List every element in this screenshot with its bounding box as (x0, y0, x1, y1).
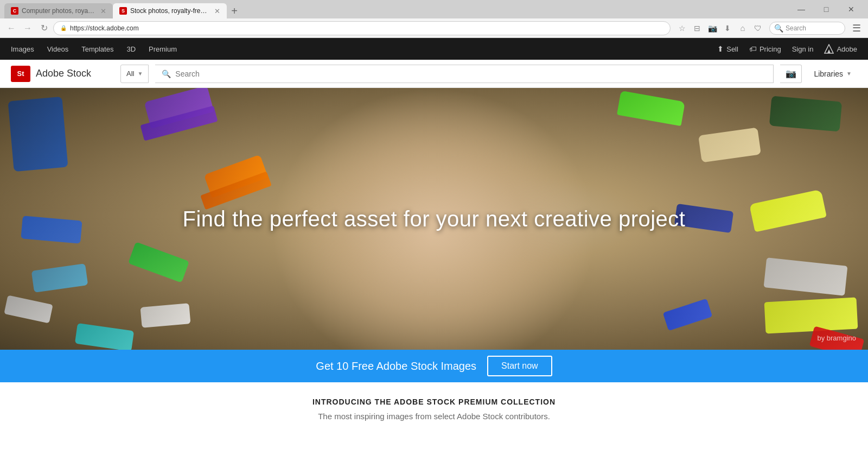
camera-icon: 📷 (786, 68, 796, 79)
start-now-button[interactable]: Start now (487, 356, 552, 376)
close-button[interactable]: ✕ (839, 0, 864, 18)
promo-banner: Get 10 Free Adobe Stock Images Start now (0, 350, 868, 382)
pricing-button[interactable]: 🏷 Pricing (749, 45, 781, 53)
nav-item-templates[interactable]: Templates (81, 45, 113, 53)
tab1-close[interactable]: ✕ (100, 7, 106, 15)
search-magnifier-icon: 🔍 (162, 70, 171, 78)
address-text: https://stock.adobe.com (70, 24, 139, 32)
adobe-label: Adobe (837, 45, 857, 53)
search-input[interactable] (175, 70, 767, 78)
camera-button[interactable]: 📷 (780, 65, 802, 83)
address-bar[interactable]: 🔒 https://stock.adobe.com (53, 21, 671, 35)
browser-tab-1[interactable]: C Computer photos, royalty-fr... ✕ (4, 3, 113, 18)
forward-button[interactable]: → (21, 21, 35, 35)
browser-tab-2[interactable]: S Stock photos, royalty-free in... ✕ (113, 3, 227, 18)
nav-item-premium[interactable]: Premium (149, 45, 177, 53)
tab2-favicon: S (119, 7, 127, 15)
search-input-wrapper: 🔍 (155, 65, 774, 83)
sign-in-button[interactable]: Sign in (792, 45, 814, 53)
search-bar: St Adobe Stock All ▼ 🔍 📷 Libraries ▼ (0, 60, 868, 88)
bookmark-icon[interactable]: ☆ (676, 22, 688, 34)
adobe-logo-button[interactable]: Adobe (824, 44, 857, 54)
tab1-favicon: C (11, 7, 18, 15)
st-logo: St (11, 66, 30, 82)
reload-button[interactable]: ↻ (37, 21, 51, 35)
browser-search-box[interactable]: 🔍 Search (769, 22, 845, 35)
pricing-icon: 🏷 (749, 45, 757, 53)
site-top-nav: Images Videos Templates 3D Premium ⬆ Sel… (0, 38, 868, 60)
download-icon[interactable]: ⬇ (722, 22, 733, 34)
nav-item-videos[interactable]: Videos (47, 45, 69, 53)
lock-icon: 🔒 (60, 25, 67, 31)
home-button[interactable]: ⌂ (737, 22, 749, 34)
new-tab-button[interactable]: + (227, 3, 242, 18)
intro-section: INTRODUCING THE ADOBE STOCK PREMIUM COLL… (0, 382, 868, 430)
sell-label: Sell (726, 45, 738, 53)
shield-icon[interactable]: 🛡 (752, 22, 764, 34)
nav-item-images[interactable]: Images (11, 45, 34, 53)
dropdown-label: All (126, 70, 134, 78)
pricing-label: Pricing (760, 45, 781, 53)
search-type-dropdown[interactable]: All ▼ (120, 65, 149, 83)
promo-text: Get 10 Free Adobe Stock Images (316, 360, 476, 373)
maximize-button[interactable]: □ (814, 0, 839, 18)
back-button[interactable]: ← (4, 21, 18, 35)
svg-marker-1 (827, 49, 831, 53)
attribution: by bramgino (817, 334, 856, 342)
minimize-button[interactable]: — (789, 0, 814, 18)
libraries-button[interactable]: Libraries ▼ (808, 66, 857, 81)
intro-sub-text: The most inspiring images from select Ad… (11, 412, 857, 421)
menu-icon[interactable]: ☰ (850, 21, 864, 35)
browser-chrome: C Computer photos, royalty-fr... ✕ S Sto… (0, 0, 868, 38)
adobe-icon (824, 44, 834, 54)
screenshot-icon[interactable]: 📷 (706, 22, 718, 34)
libraries-label: Libraries (814, 70, 843, 78)
reader-view-icon[interactable]: ⊟ (691, 22, 703, 34)
tab1-label: Computer photos, royalty-fr... (22, 7, 95, 15)
logo-area: St Adobe Stock (11, 66, 114, 82)
sell-icon: ⬆ (717, 45, 724, 53)
site-nav-left: Images Videos Templates 3D Premium (11, 45, 717, 53)
intro-heading: INTRODUCING THE ADOBE STOCK PREMIUM COLL… (11, 397, 857, 406)
sell-button[interactable]: ⬆ Sell (717, 45, 738, 53)
tab2-label: Stock photos, royalty-free in... (130, 7, 209, 15)
dropdown-chevron-icon: ▼ (137, 71, 143, 77)
site-nav-right: ⬆ Sell 🏷 Pricing Sign in Adobe (717, 44, 857, 54)
nav-item-3d[interactable]: 3D (126, 45, 136, 53)
browser-search-placeholder: Search (786, 24, 806, 32)
libraries-chevron-icon: ▼ (846, 71, 852, 77)
search-dot-icon: 🔍 (774, 24, 783, 33)
tab2-close[interactable]: ✕ (214, 7, 220, 15)
hero-section: Find the perfect asset for your next cre… (0, 88, 868, 350)
brand-name: Adobe Stock (36, 68, 91, 79)
